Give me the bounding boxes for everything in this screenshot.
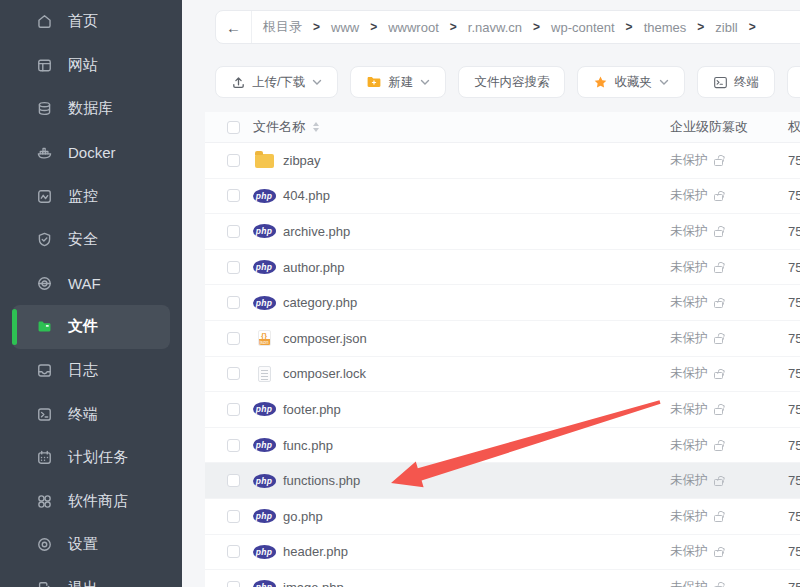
permission-value[interactable]: 755 (788, 580, 800, 587)
table-row[interactable]: footer.php 未保护 755 (205, 392, 800, 428)
file-name[interactable]: func.php (283, 438, 333, 453)
file-name[interactable]: composer.json (283, 331, 367, 346)
new-button[interactable]: 新建 (350, 66, 446, 98)
content-search-button[interactable]: 文件内容搜索 (458, 66, 565, 98)
permission-value[interactable]: 755 (788, 509, 800, 524)
sidebar-item-docker[interactable]: Docker (12, 131, 170, 175)
unlock-icon (714, 444, 723, 451)
protection-status[interactable]: 未保护 (670, 152, 723, 169)
row-checkbox[interactable] (227, 545, 240, 558)
permission-value[interactable]: 755 (788, 331, 800, 346)
protection-status[interactable]: 未保护 (670, 543, 723, 560)
table-row[interactable]: composer.json 未保护 755 (205, 321, 800, 357)
table-row[interactable]: 404.php 未保护 755 (205, 179, 800, 215)
table-row[interactable]: header.php 未保护 755 (205, 535, 800, 571)
row-checkbox[interactable] (227, 154, 240, 167)
row-checkbox[interactable] (227, 367, 240, 380)
sidebar-item-website[interactable]: 网站 (12, 44, 170, 88)
row-checkbox[interactable] (227, 403, 240, 416)
permission-value[interactable]: 755 (788, 188, 800, 203)
permission-value[interactable]: 755 (788, 402, 800, 417)
breadcrumb-item[interactable]: zibll (704, 20, 748, 35)
breadcrumb-item[interactable]: wp-content (540, 20, 626, 35)
sidebar-item-terminal[interactable]: 终端 (12, 392, 170, 436)
terminal-button[interactable]: 终端 (697, 66, 775, 98)
sidebar-item-files[interactable]: 文件 (12, 305, 170, 349)
row-checkbox[interactable] (227, 581, 240, 587)
file-name[interactable]: footer.php (283, 402, 341, 417)
file-name[interactable]: go.php (283, 509, 323, 524)
row-checkbox[interactable] (227, 189, 240, 202)
table-row[interactable]: zibpay 未保护 755 (205, 143, 800, 179)
file-name[interactable]: 404.php (283, 188, 330, 203)
protection-status[interactable]: 未保护 (670, 579, 723, 587)
sidebar-item-waf[interactable]: WAF (12, 262, 170, 306)
favorites-button[interactable]: 收藏夹 (577, 66, 685, 98)
sidebar-item-security[interactable]: 安全 (12, 218, 170, 262)
file-name[interactable]: author.php (283, 260, 344, 275)
permission-value[interactable]: 755 (788, 260, 800, 275)
file-name[interactable]: image.php (283, 580, 344, 587)
file-name[interactable]: composer.lock (283, 366, 366, 381)
breadcrumb-item[interactable]: r.navw.cn (457, 20, 533, 35)
sidebar-item-label: 退出 (68, 579, 98, 587)
file-name[interactable]: zibpay (283, 153, 321, 168)
sidebar-item-logs[interactable]: 日志 (12, 349, 170, 393)
protection-status[interactable]: 未保护 (670, 330, 723, 347)
row-checkbox[interactable] (227, 261, 240, 274)
row-checkbox[interactable] (227, 296, 240, 309)
protection-status[interactable]: 未保护 (670, 472, 723, 489)
breadcrumb-item[interactable]: 根目录 (252, 18, 313, 36)
protection-status[interactable]: 未保护 (670, 365, 723, 382)
table-row[interactable]: image.php 未保护 755 (205, 570, 800, 587)
table-row[interactable]: go.php 未保护 755 (205, 499, 800, 535)
protection-status[interactable]: 未保护 (670, 187, 723, 204)
row-checkbox[interactable] (227, 225, 240, 238)
inbox-icon (36, 362, 53, 379)
protection-status[interactable]: 未保护 (670, 294, 723, 311)
permission-value[interactable]: 755 (788, 473, 800, 488)
sort-icon[interactable] (313, 122, 319, 132)
sidebar-item-exit[interactable]: 退出 (12, 567, 170, 587)
row-checkbox[interactable] (227, 474, 240, 487)
table-row[interactable]: composer.lock 未保护 755 (205, 357, 800, 393)
permission-value[interactable]: 755 (788, 153, 800, 168)
permission-value[interactable]: 755 (788, 366, 800, 381)
upload-download-button[interactable]: 上传/下载 (215, 66, 338, 98)
protection-status[interactable]: 未保护 (670, 259, 723, 276)
breadcrumb-item[interactable]: themes (633, 20, 698, 35)
permission-value[interactable]: 755 (788, 438, 800, 453)
file-name[interactable]: archive.php (283, 224, 350, 239)
protection-status[interactable]: 未保护 (670, 508, 723, 525)
file-name[interactable]: functions.php (283, 473, 360, 488)
disk-root-button[interactable]: /(根目录) (787, 66, 800, 98)
sidebar-item-database[interactable]: 数据库 (12, 87, 170, 131)
sidebar-item-home[interactable]: 首页 (12, 0, 170, 44)
table-row[interactable]: author.php 未保护 755 (205, 250, 800, 286)
row-checkbox[interactable] (227, 332, 240, 345)
table-row[interactable]: func.php 未保护 755 (205, 428, 800, 464)
sidebar-item-store[interactable]: 软件商店 (12, 480, 170, 524)
protection-status[interactable]: 未保护 (670, 437, 723, 454)
file-name[interactable]: header.php (283, 544, 348, 559)
permission-value[interactable]: 755 (788, 295, 800, 310)
row-checkbox[interactable] (227, 439, 240, 452)
select-all-checkbox[interactable] (227, 121, 240, 134)
file-name[interactable]: category.php (283, 295, 357, 310)
sidebar-item-settings[interactable]: 设置 (12, 523, 170, 567)
sidebar-item-monitor[interactable]: 监控 (12, 174, 170, 218)
permission-value[interactable]: 755 (788, 224, 800, 239)
chevron-right-icon: > (626, 20, 633, 34)
sidebar-item-cron[interactable]: 计划任务 (12, 436, 170, 480)
protection-status[interactable]: 未保护 (670, 223, 723, 240)
table-row[interactable]: category.php 未保护 755 (205, 285, 800, 321)
breadcrumb-item[interactable]: wwwroot (377, 20, 450, 35)
protection-status[interactable]: 未保护 (670, 401, 723, 418)
breadcrumb-item[interactable]: www (320, 20, 370, 35)
table-header: 文件名称 企业级防篡改 权限 (205, 112, 800, 143)
back-button[interactable]: ← (216, 11, 252, 43)
row-checkbox[interactable] (227, 510, 240, 523)
permission-value[interactable]: 755 (788, 544, 800, 559)
table-row[interactable]: archive.php 未保护 755 (205, 214, 800, 250)
table-row[interactable]: functions.php 未保护 755 (205, 463, 800, 499)
